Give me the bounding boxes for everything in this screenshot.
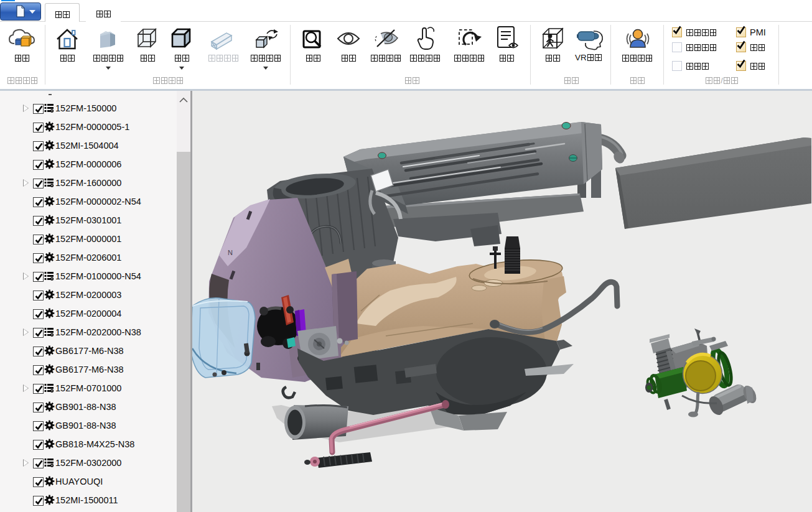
svg-text:N: N bbox=[228, 249, 233, 256]
